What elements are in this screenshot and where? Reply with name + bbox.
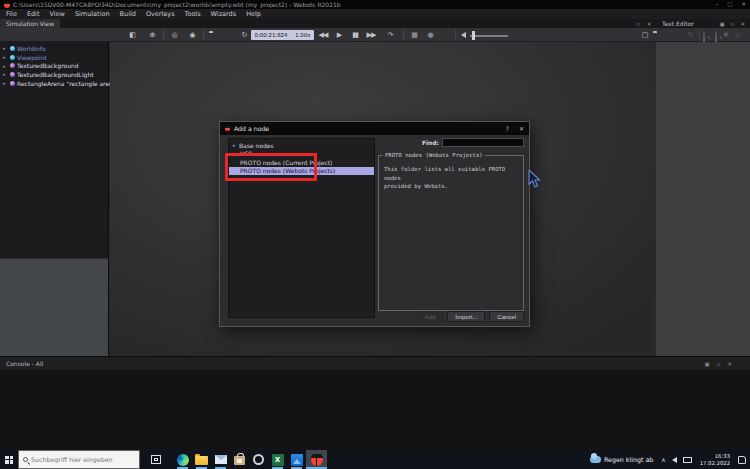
console-titlebar: Console - All ▣ ▫ ✕ [0, 356, 750, 370]
expander-icon[interactable]: ▸ [3, 63, 7, 69]
console-float-button[interactable]: ▫ [717, 361, 721, 367]
editor-edit-icon[interactable]: ◇ [733, 28, 743, 42]
text-editor-dock-title: Text Editor [662, 19, 694, 28]
scene-tree-item-texturedbackgroundlight[interactable]: ▸ TexturedBackgroundLight [0, 70, 108, 79]
store-icon [234, 456, 245, 465]
settings-gear-icon [253, 454, 264, 465]
start-button[interactable] [0, 450, 18, 469]
taskbar-settings[interactable] [249, 450, 268, 469]
view-mode-icon[interactable]: ◎ [168, 28, 180, 42]
expander-icon[interactable]: ▸ [3, 45, 7, 51]
menu-edit[interactable]: Edit [27, 10, 40, 18]
find-row: Find: [378, 137, 524, 148]
dialog-titlebar[interactable]: Add a node ? ✕ [220, 122, 529, 135]
fast-forward-button-icon[interactable]: ▶▶ [364, 28, 378, 42]
optional-rendering-eye-icon[interactable]: ◉ [186, 28, 198, 42]
mouse-cursor [528, 170, 542, 190]
taskbar-weather[interactable]: Regen klingt ab [586, 450, 657, 469]
windows-taskbar: X Regen klingt ab ∧ 16:33 17.02.2022 [0, 450, 750, 469]
scene-tree-item-viewpoint[interactable]: ▸ Viewpoint [0, 53, 108, 62]
menu-tools[interactable]: Tools [185, 10, 201, 18]
dialog-tree-item-base-nodes[interactable]: ▸ Base nodes [229, 141, 374, 150]
editor-preferences-gear-icon[interactable]: ✱ [721, 28, 731, 42]
expander-icon[interactable]: ▸ [233, 142, 237, 148]
editor-revert-icon[interactable]: ↻ [686, 28, 696, 42]
network-display-icon[interactable] [683, 457, 692, 463]
proto-info-groupbox: PROTO nodes (Webots Projects) This folde… [378, 155, 524, 311]
console-output[interactable] [0, 370, 750, 450]
pause-button-icon[interactable]: ▮▮ [349, 28, 361, 42]
taskbar-webots[interactable] [306, 450, 327, 469]
sound-mute-icon[interactable] [461, 32, 466, 38]
menu-help[interactable]: Help [246, 10, 261, 18]
text-editor-restore-button[interactable]: ▣ [719, 21, 724, 27]
volume-slider-track[interactable] [470, 35, 508, 37]
search-input[interactable] [31, 456, 135, 463]
menu-view[interactable]: View [49, 10, 64, 18]
taskbar-excel[interactable]: X [268, 450, 287, 469]
dialog-close-button[interactable]: ✕ [519, 125, 524, 132]
tab-simulation-view[interactable]: Simulation View [0, 19, 60, 28]
play-button-icon[interactable]: ▶ [333, 28, 345, 42]
taskbar-photos[interactable] [287, 450, 306, 469]
volume-slider-handle[interactable] [472, 31, 475, 40]
text-editor-close-button[interactable]: ✕ [740, 21, 745, 27]
console-title: Console - All [6, 360, 43, 367]
editor-new-file-icon[interactable]: ▢ [640, 28, 650, 42]
rewind-button-icon[interactable]: ◀◀ [316, 28, 330, 42]
dock-strip: Simulation View ▫ ✕ Text Editor ▣ ▫ ✕ [0, 19, 750, 28]
menu-bar: File Edit View Simulation Build Overlays… [0, 9, 750, 19]
weather-text: Regen klingt ab [604, 456, 653, 463]
find-input[interactable] [442, 138, 524, 147]
menu-simulation[interactable]: Simulation [75, 10, 110, 18]
import-button[interactable]: Import... [447, 311, 485, 322]
proto-node-icon [10, 63, 15, 68]
menu-overlays[interactable]: Overlays [146, 10, 175, 18]
restore-viewpoint-icon[interactable]: ⊕ [146, 28, 158, 42]
text-editor-panel[interactable] [655, 42, 750, 356]
scene-tree-item-texturedbackground[interactable]: ▸ TexturedBackground [0, 61, 108, 70]
record-movie-icon[interactable]: ● [424, 28, 436, 42]
scene-tree-item-rectanglearena[interactable]: ▸ RectangleArena "rectangle arena" [0, 79, 108, 88]
photos-icon [291, 454, 303, 466]
taskbar-store[interactable] [230, 450, 249, 469]
time-speed-separator: · [290, 32, 292, 38]
dialog-help-button[interactable]: ? [506, 125, 509, 132]
console-close-button[interactable]: ✕ [727, 361, 732, 367]
menu-file[interactable]: File [6, 10, 17, 18]
cancel-button[interactable]: Cancel [489, 311, 524, 322]
dialog-buttons: Add Import... Cancel [417, 311, 524, 322]
simulation-view-close-button[interactable]: ✕ [647, 21, 652, 27]
menu-build[interactable]: Build [120, 10, 136, 18]
text-editor-float-button[interactable]: ▫ [731, 21, 735, 27]
excel-icon: X [272, 454, 284, 466]
simulation-view-float-button[interactable]: ▫ [636, 21, 640, 27]
taskbar-search-box[interactable] [18, 450, 140, 469]
menu-wizards[interactable]: Wizards [211, 10, 237, 18]
window-minimize-button[interactable]: – [715, 0, 718, 9]
add-button[interactable]: Add [417, 311, 444, 322]
search-icon [23, 457, 28, 462]
task-view-button[interactable] [146, 450, 165, 469]
taskbar-clock[interactable]: 16:33 17.02.2022 [698, 453, 732, 466]
proto-node-icon [10, 81, 15, 86]
hidden-icons-chevron[interactable]: ∧ [661, 456, 665, 463]
webots-logo-icon [4, 2, 10, 8]
toggle-scene-tree-icon[interactable]: ◧ [126, 28, 138, 42]
edge-icon [177, 454, 189, 466]
notification-center-icon[interactable] [738, 456, 746, 464]
window-maximize-button[interactable]: ▢ [727, 0, 732, 9]
scene-tree-item-worldinfo[interactable]: ▸ WorldInfo [0, 44, 108, 53]
step-button-icon[interactable]: ↷ [384, 28, 396, 42]
volume-tray-icon[interactable] [672, 457, 677, 463]
taskbar-edge[interactable] [173, 450, 192, 469]
reload-world-icon[interactable]: ↻ [238, 28, 250, 42]
stop-movie-icon[interactable]: ■ [408, 28, 420, 42]
expander-icon[interactable]: ▸ [3, 71, 7, 77]
taskbar-file-explorer[interactable] [192, 450, 211, 469]
window-close-button[interactable]: ✕ [741, 0, 746, 9]
taskbar-mail[interactable] [211, 450, 230, 469]
expander-icon[interactable]: ▸ [3, 80, 7, 86]
console-restore-button[interactable]: ▣ [704, 361, 709, 367]
expander-icon[interactable]: ▸ [3, 54, 7, 60]
